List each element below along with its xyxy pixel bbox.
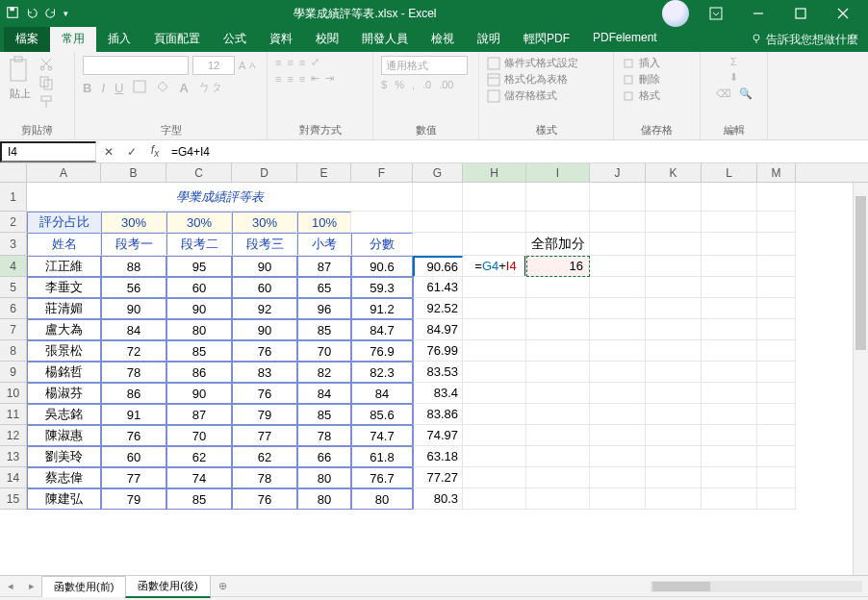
cell-F15[interactable]: 80 <box>351 488 413 510</box>
cell-G6[interactable]: 92.52 <box>413 298 463 319</box>
cell-M6[interactable] <box>757 298 796 319</box>
cell-E9[interactable]: 82 <box>297 362 351 383</box>
cell-G2[interactable] <box>413 212 463 233</box>
cell-L14[interactable] <box>702 467 757 488</box>
cell-A5[interactable]: 李垂文 <box>27 277 101 298</box>
cell-L7[interactable] <box>702 319 757 340</box>
cell-L9[interactable] <box>702 362 757 383</box>
cut-icon[interactable] <box>38 56 54 73</box>
cell-H12[interactable] <box>463 425 526 446</box>
cell-G3[interactable] <box>413 233 463 256</box>
align-left-icon[interactable]: ≡ <box>275 73 281 85</box>
fill-icon[interactable]: ⬇ <box>729 71 738 84</box>
tab-review[interactable]: 校閱 <box>304 27 350 52</box>
autosum-icon[interactable]: Σ <box>730 56 737 67</box>
cell-B4[interactable]: 88 <box>101 256 166 277</box>
conditional-format-button[interactable]: 條件式格式設定 <box>487 56 605 70</box>
fx-icon[interactable]: fx <box>146 143 164 161</box>
cell-H9[interactable] <box>463 362 526 383</box>
cell-F10[interactable]: 84 <box>351 383 413 404</box>
dec-decimal-icon[interactable]: .00 <box>439 79 453 90</box>
cell-M14[interactable] <box>757 467 796 488</box>
formula-input[interactable] <box>169 143 864 161</box>
cell-C3[interactable]: 段考二 <box>166 233 232 256</box>
cell-A11[interactable]: 吳志銘 <box>27 404 101 425</box>
cell-E4[interactable]: 87 <box>297 256 351 277</box>
sheet-nav-next[interactable]: ▸ <box>21 580 42 592</box>
cell-F8[interactable]: 76.9 <box>351 340 413 362</box>
tab-help[interactable]: 說明 <box>466 27 512 52</box>
cell-G10[interactable]: 83.4 <box>413 383 463 404</box>
cell-D11[interactable]: 79 <box>232 404 297 425</box>
cell-B10[interactable]: 86 <box>101 383 166 404</box>
delete-cells-button[interactable]: 刪除 <box>622 72 692 87</box>
cell-F11[interactable]: 85.6 <box>351 404 413 425</box>
tab-insert[interactable]: 插入 <box>96 27 142 52</box>
tell-me[interactable]: 告訴我您想做什麼 <box>741 27 868 52</box>
cell-A8[interactable]: 張景松 <box>27 340 101 362</box>
sheet-nav-prev[interactable]: ◂ <box>0 580 21 592</box>
cell-J5[interactable] <box>590 277 646 298</box>
cell-M11[interactable] <box>757 404 796 425</box>
cell-H1[interactable] <box>463 183 526 212</box>
cell-L10[interactable] <box>702 383 757 404</box>
cell-K1[interactable] <box>646 183 702 212</box>
cell-H3[interactable] <box>463 233 526 256</box>
tab-formulas[interactable]: 公式 <box>212 27 258 52</box>
sheet-tab-1[interactable]: 函數使用(前) <box>41 576 126 597</box>
italic-button[interactable]: I <box>101 81 105 95</box>
cell-I15[interactable] <box>526 488 590 510</box>
ribbon-options-icon[interactable] <box>697 2 735 25</box>
cell-B12[interactable]: 76 <box>101 425 166 446</box>
cell-J14[interactable] <box>590 467 646 488</box>
cell-C14[interactable]: 74 <box>166 467 232 488</box>
cell-H13[interactable] <box>463 446 526 467</box>
cell-B6[interactable]: 90 <box>101 298 166 319</box>
cell-M3[interactable] <box>757 233 796 256</box>
cell-D14[interactable]: 78 <box>232 467 297 488</box>
cell-C11[interactable]: 87 <box>166 404 232 425</box>
percent-icon[interactable]: % <box>395 79 404 90</box>
cell-J4[interactable] <box>590 256 646 277</box>
cell-I12[interactable] <box>526 425 590 446</box>
cell-I8[interactable] <box>526 340 590 362</box>
row-header-15[interactable]: 15 <box>0 488 27 510</box>
cell-E12[interactable]: 78 <box>297 425 351 446</box>
cell-F5[interactable]: 59.3 <box>351 277 413 298</box>
save-icon[interactable] <box>6 6 19 22</box>
col-header-L[interactable]: L <box>702 163 757 182</box>
cell-B7[interactable]: 84 <box>101 319 166 340</box>
cell-B13[interactable]: 60 <box>101 446 166 467</box>
cell-A2[interactable]: 評分占比 <box>27 212 101 233</box>
cell-M10[interactable] <box>757 383 796 404</box>
cell-J9[interactable] <box>590 362 646 383</box>
cell-G13[interactable]: 63.18 <box>413 446 463 467</box>
cell-K9[interactable] <box>646 362 702 383</box>
tab-pdf1[interactable]: 輕閃PDF <box>512 27 581 52</box>
cell-G12[interactable]: 74.97 <box>413 425 463 446</box>
cell-G11[interactable]: 83.86 <box>413 404 463 425</box>
col-header-A[interactable]: A <box>27 163 101 182</box>
cell-J1[interactable] <box>590 183 646 212</box>
cell-J13[interactable] <box>590 446 646 467</box>
cell-G5[interactable]: 61.43 <box>413 277 463 298</box>
close-button[interactable] <box>824 2 862 25</box>
cell-K10[interactable] <box>646 383 702 404</box>
cell-A12[interactable]: 陳淑惠 <box>27 425 101 446</box>
fill-color-icon[interactable] <box>156 80 169 96</box>
tab-home[interactable]: 常用 <box>50 27 96 52</box>
cell-H4[interactable]: =G4+I4 <box>463 256 526 277</box>
row-header-6[interactable]: 6 <box>0 298 27 319</box>
cell-I6[interactable] <box>526 298 590 319</box>
cell-K5[interactable] <box>646 277 702 298</box>
cell-B9[interactable]: 78 <box>101 362 166 383</box>
cell-M7[interactable] <box>757 319 796 340</box>
cell-G8[interactable]: 76.99 <box>413 340 463 362</box>
cell-D7[interactable]: 90 <box>232 319 297 340</box>
user-avatar[interactable] <box>662 0 689 27</box>
number-format-select[interactable]: 通用格式 <box>381 56 468 75</box>
cell-A10[interactable]: 楊淑芬 <box>27 383 101 404</box>
cell-A4[interactable]: 江正維 <box>27 256 101 277</box>
cell-A13[interactable]: 劉美玲 <box>27 446 101 467</box>
cell-M2[interactable] <box>757 212 796 233</box>
